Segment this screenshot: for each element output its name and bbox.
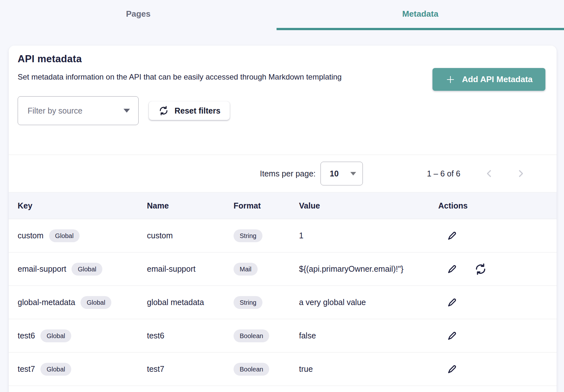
tab-bar: Pages Metadata xyxy=(0,0,564,30)
chevron-left-icon xyxy=(482,166,497,181)
name-cell: global metadata xyxy=(147,298,234,307)
column-header-name: Name xyxy=(147,201,234,210)
value-cell: ${(api.primaryOwner.email)!"} xyxy=(299,264,438,274)
row-key-text: custom xyxy=(18,231,44,240)
table-row: email-support Global email-support Mail … xyxy=(9,252,557,286)
value-cell: a very global value xyxy=(299,298,438,307)
next-page-button[interactable] xyxy=(513,166,528,181)
format-badge: String xyxy=(234,229,262,242)
items-per-page-select[interactable]: 10 xyxy=(320,162,363,185)
scope-badge: Global xyxy=(40,329,71,342)
tab-pages[interactable]: Pages xyxy=(0,0,277,30)
format-badge: Mail xyxy=(234,263,258,276)
actions-cell xyxy=(438,329,557,343)
tab-pages-label: Pages xyxy=(126,9,151,21)
table-row: test6 Global test6 Boolean false xyxy=(9,319,557,353)
row-value-text: a very global value xyxy=(299,298,366,307)
format-badge: Boolean xyxy=(234,329,269,342)
previous-page-button[interactable] xyxy=(482,166,497,181)
format-cell: String xyxy=(234,296,299,309)
table-row: test7 Global test7 Boolean true xyxy=(9,353,557,386)
filter-by-source-placeholder: Filter by source xyxy=(28,106,82,115)
column-header-format: Format xyxy=(234,201,299,210)
edit-metadata-button[interactable] xyxy=(445,262,459,276)
pencil-icon xyxy=(445,262,459,276)
format-cell: String xyxy=(234,229,299,242)
chevron-down-icon xyxy=(350,172,356,175)
format-cell: Mail xyxy=(234,263,299,276)
key-cell: test7 Global xyxy=(18,363,147,376)
add-api-metadata-label: Add API Metadata xyxy=(462,74,533,84)
edit-metadata-button[interactable] xyxy=(445,229,459,243)
pencil-icon xyxy=(445,295,459,310)
name-cell: custom xyxy=(147,231,234,240)
add-api-metadata-button[interactable]: Add API Metadata xyxy=(432,68,545,91)
tab-metadata-label: Metadata xyxy=(402,9,439,21)
refresh-icon xyxy=(158,105,169,116)
api-metadata-card: API metadata Set metadata information on… xyxy=(9,46,557,392)
paginator: Items per page: 10 1 – 6 of 6 xyxy=(9,155,557,192)
actions-cell xyxy=(438,362,557,376)
page-title: API metadata xyxy=(18,53,545,65)
items-per-page-label: Items per page: xyxy=(260,169,316,178)
row-key-text: global-metadata xyxy=(18,298,75,307)
row-name-text: custom xyxy=(147,231,173,240)
chevron-down-icon xyxy=(124,109,130,113)
scope-badge: Global xyxy=(81,296,111,309)
pencil-icon xyxy=(445,329,459,343)
scope-badge: Global xyxy=(40,363,71,376)
plus-icon xyxy=(445,74,456,85)
column-header-key: Key xyxy=(18,201,147,210)
row-name-text: test7 xyxy=(147,364,164,373)
row-value-text: ${(api.primaryOwner.email)!"} xyxy=(299,264,404,273)
name-cell: email-support xyxy=(147,264,234,274)
scope-badge: Global xyxy=(49,229,80,242)
row-value-text: 1 xyxy=(299,231,303,240)
reset-metadata-button[interactable] xyxy=(474,262,488,276)
row-key-text: test6 xyxy=(18,331,35,340)
edit-metadata-button[interactable] xyxy=(445,295,459,310)
row-key-text: email-support xyxy=(18,264,66,274)
row-value-text: true xyxy=(299,364,313,373)
table-row: custom Global custom String 1 xyxy=(9,219,557,252)
row-name-text: global metadata xyxy=(147,298,204,307)
table-row: global-metadata Global global metadata S… xyxy=(9,286,557,319)
pencil-icon xyxy=(445,229,459,243)
pencil-icon xyxy=(445,362,459,376)
actions-cell xyxy=(438,229,557,243)
value-cell: 1 xyxy=(299,231,438,240)
key-cell: email-support Global xyxy=(18,263,147,276)
tab-metadata[interactable]: Metadata xyxy=(277,0,564,30)
edit-metadata-button[interactable] xyxy=(445,362,459,376)
scope-badge: Global xyxy=(72,263,102,276)
name-cell: test7 xyxy=(147,364,234,374)
value-cell: true xyxy=(299,364,438,374)
reset-filters-label: Reset filters xyxy=(175,106,220,115)
filter-by-source-select[interactable]: Filter by source xyxy=(18,96,139,125)
key-cell: test6 Global xyxy=(18,329,147,342)
row-key-text: test7 xyxy=(18,364,35,374)
items-per-page-value: 10 xyxy=(330,169,339,178)
row-name-text: email-support xyxy=(147,264,195,273)
row-name-text: test6 xyxy=(147,331,164,340)
format-badge: String xyxy=(234,296,262,309)
chevron-right-icon xyxy=(513,166,528,181)
column-header-actions: Actions xyxy=(438,201,557,210)
table-header: Key Name Format Value Actions xyxy=(9,192,557,219)
reset-filters-button[interactable]: Reset filters xyxy=(149,101,230,120)
filter-row: Filter by source Reset filters xyxy=(18,96,557,125)
table-body: custom Global custom String 1 email-sup xyxy=(9,219,557,386)
name-cell: test6 xyxy=(147,331,234,340)
refresh-icon xyxy=(474,262,487,276)
actions-cell xyxy=(438,262,557,276)
key-cell: global-metadata Global xyxy=(18,296,147,309)
actions-cell xyxy=(438,295,557,310)
format-badge: Boolean xyxy=(234,363,269,376)
value-cell: false xyxy=(299,331,438,340)
column-header-value: Value xyxy=(299,201,438,210)
edit-metadata-button[interactable] xyxy=(445,329,459,343)
key-cell: custom Global xyxy=(18,229,147,242)
format-cell: Boolean xyxy=(234,363,299,376)
format-cell: Boolean xyxy=(234,329,299,342)
row-value-text: false xyxy=(299,331,316,340)
